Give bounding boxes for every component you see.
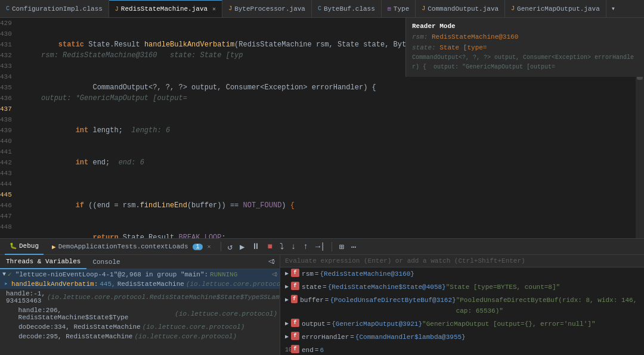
filter-thread-icon[interactable]: ⏿ [271, 271, 277, 278]
java-icon: J [115, 6, 119, 13]
thread-expand-icon: ▼ [2, 271, 6, 278]
java-icon: J [422, 5, 425, 12]
filter-icon[interactable]: ⏿ [268, 257, 275, 266]
code-line-436: return State.Result.BREAK_LOOP; [16, 222, 636, 238]
field-icon: f [291, 319, 299, 327]
threads-panel: Threads & Variables Console ⏿ ▼ ✓ "lettu… [0, 255, 280, 355]
variables-panel: Evaluate expression (Enter) or add a wat… [280, 255, 644, 355]
reader-mode-content: rsm: RedisStateMachine@3160 state: State… [412, 32, 638, 72]
var-end[interactable]: 10 f end = 6 [280, 344, 644, 355]
tab-type[interactable]: ⊞ Type [382, 0, 416, 18]
step-into-button[interactable]: ↓ [289, 241, 298, 253]
running-indicator: ✓ [8, 270, 12, 278]
stop-button[interactable]: ■ [265, 241, 274, 253]
var-buffer[interactable]: ▶ f buffer = {PooledUnsafeDirectByteBuf@… [280, 294, 644, 317]
pause-button[interactable]: ⏸ [250, 241, 262, 253]
resume-button[interactable]: ▶ [238, 241, 246, 253]
eval-bar[interactable]: Evaluate expression (Enter) or add a wat… [280, 255, 644, 267]
tab-byteprocessor[interactable]: J ByteProcessor.java [222, 0, 312, 18]
tab-redistatemachine[interactable]: J RedisStateMachine.java ✕ [109, 0, 222, 18]
debug-tab[interactable]: 🐛 Debug [5, 238, 44, 255]
code-line-435: if ((end = rsm.findLineEnd(buffer)) == N… [16, 189, 636, 222]
play-icon: ▶ [52, 243, 56, 251]
java-icon: J [228, 5, 232, 12]
class-icon: C [318, 5, 321, 12]
threads-tab-bar: Threads & Variables Console ⏿ [0, 255, 280, 269]
var-rsm[interactable]: ▶ f rsm = {RedisStateMachine@3160} [280, 267, 644, 281]
run-to-cursor-button[interactable]: →| [314, 241, 327, 253]
step-over-button[interactable]: ⤵ [278, 241, 286, 253]
field-icon: f [291, 282, 299, 290]
frame-dodecode[interactable]: doDecode:334, RedisStateMachine (io.lett… [0, 322, 280, 332]
rerun-button[interactable]: ↺ [226, 241, 234, 253]
run-count-badge: 1 [193, 244, 202, 250]
more-options-button[interactable]: ⋯ [349, 241, 358, 253]
tab-bytebuf[interactable]: C ByteBuf.class [312, 0, 382, 18]
expand-icon: ▶ [285, 282, 289, 292]
threads-variables-tab[interactable]: Threads & Variables [0, 255, 86, 269]
thread-item-lettuce[interactable]: ▼ ✓ "lettuce-nioEventLoop-4-1"@2,968 in … [0, 269, 280, 279]
frame-handle206[interactable]: handle:206, RedisStateMachine$State$Type… [0, 306, 280, 322]
field-icon: f [291, 345, 299, 353]
class-icon: C [6, 5, 10, 12]
separator [221, 242, 221, 251]
expand-icon: ▶ [285, 295, 289, 306]
evaluate-button[interactable]: ⊞ [337, 241, 345, 253]
expand-icon: ▶ [285, 269, 289, 279]
editor-area: 429 430 431 432 433 434 435 436 437 438 … [0, 18, 644, 238]
console-tab[interactable]: Console [86, 255, 126, 269]
tab-configurationimpl[interactable]: C ConfigurationImpl.class [0, 0, 109, 18]
frame-arrow-icon: ➤ [4, 281, 8, 288]
line-number-indicator: 10 [285, 345, 291, 355]
tab-bar: C ConfigurationImpl.class J RedisStateMa… [0, 0, 644, 18]
frame-handlebulk[interactable]: ➤ handleBulkAndVerbatim: 445, RedisState… [0, 279, 280, 289]
expand-icon: ▶ [285, 319, 289, 329]
reader-mode-panel: Reader Mode rsm: RedisStateMachine@3160 … [405, 18, 644, 77]
line-numbers: 429 430 431 432 433 434 435 436 437 438 … [0, 18, 16, 238]
tab-overflow-button[interactable]: ▾ [606, 4, 620, 13]
field-icon: f [291, 269, 299, 277]
type-icon: ⊞ [388, 5, 391, 13]
code-line-434 [16, 179, 636, 189]
reader-mode-title: Reader Mode [412, 23, 638, 30]
var-errorhandler[interactable]: ▶ f errorHandler = {CommandHandler$lambd… [280, 331, 644, 344]
expand-icon: ▶ [285, 332, 289, 342]
debug-toolbar: 🐛 Debug ▶ DemoApplicationTests.contextLo… [0, 238, 644, 255]
bug-icon: 🐛 [10, 242, 17, 250]
demo-application-tab[interactable]: ▶ DemoApplicationTests.contextLoads 1 ✕ [47, 238, 216, 255]
frame-handle1[interactable]: handle:-1, 934153463 (io.lettuce.core.pr… [0, 289, 280, 306]
var-state[interactable]: ▶ f state = {RedisStateMachine$State@405… [280, 281, 644, 294]
threads-toolbar: ⏿ [263, 257, 280, 266]
field-icon: f [291, 295, 298, 303]
java-icon: J [511, 5, 515, 12]
separator2 [332, 242, 332, 251]
close-debug-icon[interactable]: ✕ [208, 243, 211, 250]
field-icon: f [291, 332, 299, 340]
tab-genericmapoutput[interactable]: J GenericMapOutput.java [505, 0, 606, 18]
code-line-431: CommandOutput<?, ?, ?> output, Consumer<… [16, 71, 636, 114]
step-out-button[interactable]: ↑ [301, 241, 309, 253]
frame-decode295[interactable]: decode:295, RedisStateMachine (io.lettuc… [0, 332, 280, 341]
var-output[interactable]: ▶ f output = {GenericMapOutput@3921} "Ge… [280, 317, 644, 331]
tab-commandoutput[interactable]: J CommandOutput.java [416, 0, 505, 18]
code-line-433: int end; end: 6 [16, 147, 636, 179]
code-line-432: int length; length: 6 [16, 114, 636, 147]
close-icon[interactable]: ✕ [212, 5, 216, 13]
bottom-panel: Threads & Variables Console ⏿ ▼ ✓ "lettu… [0, 255, 644, 355]
